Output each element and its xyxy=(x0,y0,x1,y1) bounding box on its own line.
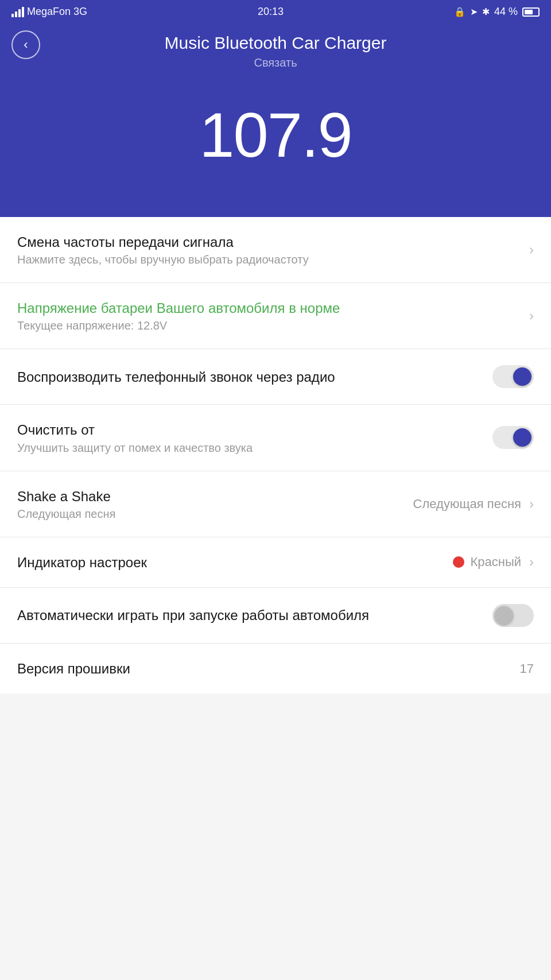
item-right: Следующая песня › xyxy=(413,496,534,512)
battery-icon xyxy=(522,7,540,17)
chevron-icon: › xyxy=(529,242,534,258)
item-right xyxy=(492,604,534,627)
item-left: Индикатор настроек xyxy=(17,553,453,571)
toggle-knob xyxy=(495,606,513,625)
settings-item-indicator[interactable]: Индикатор настроек Красный › xyxy=(0,537,551,588)
item-subtitle: Улучшить защиту от помех и качество звук… xyxy=(17,441,481,455)
toggle-knob xyxy=(513,367,531,386)
location-icon: ➤ xyxy=(470,6,478,17)
item-subtitle: Текущее напряжение: 12.8V xyxy=(17,319,515,332)
time-display: 20:13 xyxy=(258,6,284,18)
item-title: Shake a Shake xyxy=(17,487,402,505)
status-left: MegaFon 3G xyxy=(11,6,87,18)
item-right: › xyxy=(527,308,534,324)
settings-item-shake-a-shake[interactable]: Shake a Shake Следующая песня Следующая … xyxy=(0,471,551,537)
item-left: Автоматически играть при запуске работы … xyxy=(17,606,492,624)
lock-icon: 🔒 xyxy=(454,6,465,17)
chevron-icon: › xyxy=(529,554,534,570)
auto-play-toggle[interactable] xyxy=(492,604,534,627)
item-title: Индикатор настроек xyxy=(17,553,441,571)
frequency-value: 107.9 xyxy=(0,98,551,171)
settings-item-auto-play[interactable]: Автоматически играть при запуске работы … xyxy=(0,588,551,644)
header-subtitle: Связать xyxy=(46,56,505,69)
item-subtitle: Следующая песня xyxy=(17,508,402,521)
toggle-knob xyxy=(513,428,531,447)
item-right xyxy=(492,426,534,449)
item-left: Напряжение батареи Вашего автомобиля в н… xyxy=(17,299,527,332)
color-dot xyxy=(453,556,464,568)
phone-call-radio-toggle[interactable] xyxy=(492,365,534,388)
noise-reduction-toggle[interactable] xyxy=(492,426,534,449)
item-title: Очистить от xyxy=(17,421,481,439)
back-button[interactable]: ‹ xyxy=(11,30,40,59)
item-left: Shake a Shake Следующая песня xyxy=(17,487,413,521)
settings-item-firmware-version[interactable]: Версия прошивки 17 xyxy=(0,644,551,694)
chevron-icon: › xyxy=(529,496,534,512)
firmware-value: 17 xyxy=(520,661,534,676)
item-right xyxy=(492,365,534,388)
header: ‹ Music Bluetooth Car Charger Связать xyxy=(0,22,551,69)
signal-bars xyxy=(11,7,24,17)
battery-label: 44 % xyxy=(494,6,518,18)
item-left: Смена частоты передачи сигнала Нажмите з… xyxy=(17,233,527,266)
color-label: Красный xyxy=(470,555,521,570)
item-title: Воспроизводить телефонный звонок через р… xyxy=(17,368,481,386)
action-label: Следующая песня xyxy=(413,497,521,512)
frequency-display: 107.9 xyxy=(0,69,551,217)
item-right: Красный › xyxy=(453,554,534,570)
settings-item-battery-voltage[interactable]: Напряжение батареи Вашего автомобиля в н… xyxy=(0,283,551,349)
item-title: Автоматически играть при запуске работы … xyxy=(17,606,481,624)
status-bar: MegaFon 3G 20:13 🔒 ➤ ✱ 44 % xyxy=(0,0,551,22)
status-right: 🔒 ➤ ✱ 44 % xyxy=(454,6,540,18)
settings-item-noise-reduction[interactable]: Очистить от Улучшить защиту от помех и к… xyxy=(0,405,551,471)
item-title: Версия прошивки xyxy=(17,660,509,677)
settings-item-change-frequency[interactable]: Смена частоты передачи сигнала Нажмите з… xyxy=(0,217,551,283)
settings-item-phone-call-radio[interactable]: Воспроизводить телефонный звонок через р… xyxy=(0,349,551,405)
network-label: 3G xyxy=(73,6,87,18)
back-icon: ‹ xyxy=(24,37,28,52)
item-subtitle: Нажмите здесь, чтобы вручную выбрать рад… xyxy=(17,253,515,266)
item-left: Воспроизводить телефонный звонок через р… xyxy=(17,368,492,386)
item-title: Смена частоты передачи сигнала xyxy=(17,233,515,251)
item-left: Очистить от Улучшить защиту от помех и к… xyxy=(17,421,492,454)
item-right: 17 xyxy=(520,661,534,676)
carrier-label: MegaFon xyxy=(27,6,71,18)
header-title: Music Bluetooth Car Charger xyxy=(46,32,505,54)
settings-list: Смена частоты передачи сигнала Нажмите з… xyxy=(0,217,551,694)
bluetooth-icon: ✱ xyxy=(482,6,490,17)
item-title: Напряжение батареи Вашего автомобиля в н… xyxy=(17,299,515,317)
chevron-icon: › xyxy=(529,308,534,324)
item-right: › xyxy=(527,242,534,258)
item-left: Версия прошивки xyxy=(17,660,520,677)
